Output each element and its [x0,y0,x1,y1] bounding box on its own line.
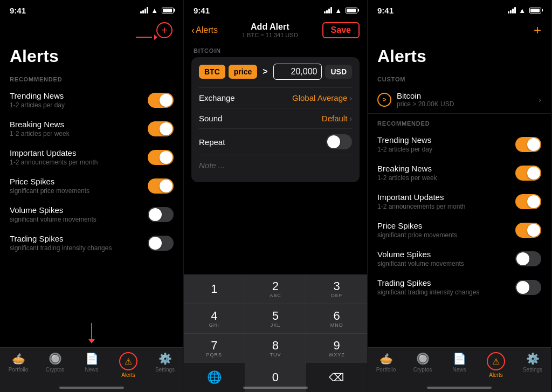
alert-item-text: Volume Spikes significant volume movemen… [10,205,148,223]
alert-item-desc: 1-2 announcements per month [10,159,148,166]
alert-toggle[interactable] [148,93,174,108]
alert-toggle-right[interactable] [515,194,541,209]
numpad-9[interactable]: 9 WXYZ [306,334,367,363]
alerts-list-right: Trending News 1-2 articles per day Break… [368,130,551,301]
numpad-grid: 1 2 ABC 3 DEF 4 GHI 5 JKL 6 MNO [184,274,367,363]
add-button-right[interactable]: + [534,23,541,38]
wifi-icon: ▲ [151,6,158,15]
globe-icon: 🌐 [207,370,222,384]
toggle-thumb [160,180,172,192]
numpad-6[interactable]: 6 MNO [306,304,367,333]
wifi-icon-right: ▲ [519,6,526,15]
delete-icon: ⌫ [329,371,344,384]
metric-token[interactable]: price [229,65,257,79]
wifi-icon-mid: ▲ [335,6,342,15]
alerts-circle-icon: ⚠ [119,352,137,370]
custom-alert-item[interactable]: > Bitcoin price > 20.00K USD › [368,86,551,114]
numpad-globe-key[interactable]: 🌐 [184,363,245,392]
add-alert-title: Add Alert 1 BTC = 11,341 USD [242,22,298,38]
numpad-delete-key[interactable]: ⌫ [306,363,367,392]
alert-list-item: Trending News 1-2 articles per day [0,86,183,114]
alert-toggle-right[interactable] [515,166,541,181]
alert-item-text-right: Important Updates 1-2 announcements per … [377,192,515,210]
alert-item-name: Breaking News [10,120,148,129]
battery-icon-mid [346,8,357,13]
numpad-6-letters: MNO [330,322,343,328]
tab-portfolio-right[interactable]: 🥧 Portfolio [368,352,404,373]
tab-settings-left[interactable]: ⚙️ Settings [147,352,183,373]
alert-item-desc-right: significant trading intensity changes [377,288,515,296]
numpad-4[interactable]: 4 GHI [184,304,245,333]
alert-item-text: Breaking News 1-2 articles per week [10,120,148,137]
add-alert-button[interactable]: + [155,21,174,39]
operator-token[interactable]: > [260,67,270,77]
alert-toggle-right[interactable] [515,223,541,238]
tab-settings-right[interactable]: ⚙️ Settings [514,352,551,373]
numpad-5[interactable]: 5 JKL [245,304,306,333]
tab-cryptos-label-left: Cryptos [46,367,64,373]
alerts-circle-icon-right: ⚠ [487,352,505,370]
alerts-list-left: Trending News 1-2 articles per day Break… [0,86,183,257]
tab-cryptos-label-right: Cryptos [413,367,432,373]
toggle-thumb-right [516,252,529,265]
alert-toggle-right[interactable] [515,251,541,266]
note-placeholder[interactable]: Note ... [199,161,225,170]
exchange-row: Exchange Global Average › [199,87,352,108]
toggle-thumb-right [527,195,540,208]
alert-toggle[interactable] [148,121,174,136]
coin-section-label: BITCOIN [184,42,367,57]
alert-toggle[interactable] [148,236,174,251]
alert-list-item-right: Important Updates 1-2 announcements per … [368,187,551,216]
numpad-1[interactable]: 1 [184,274,245,304]
tab-cryptos-right[interactable]: 🔘 Cryptos [404,352,441,373]
status-icons-right: ▲ [508,6,541,15]
alert-toggle-right[interactable] [515,137,541,152]
numpad-1-digit: 1 [211,283,217,295]
tab-alerts-left[interactable]: ⚠ Alerts [110,352,147,378]
home-indicator-left [59,387,124,389]
alert-item-desc-right: significant price movements [377,231,515,239]
tab-news-right[interactable]: 📄 News [441,352,478,373]
toggle-thumb-right [516,281,529,294]
numpad-4-digit: 4 [211,310,217,322]
exchange-value[interactable]: Global Average › [292,93,352,102]
repeat-toggle[interactable] [326,134,352,149]
alert-item-name-right: Trading Spikes [377,278,515,287]
back-chevron-icon: ‹ [191,25,195,36]
alert-item-desc: significant price movements [10,187,148,195]
toggle-thumb [149,237,162,250]
custom-alert-left: > Bitcoin price > 20.00K USD [377,91,454,108]
alert-builder: BTC price > USD Exchange Global Average … [191,57,360,182]
save-button[interactable]: Save [322,22,360,38]
left-panel: 9:41 ▲ + Alerts RECOMMENDED Trending New… [0,0,184,392]
value-input[interactable] [273,64,322,80]
status-bar-middle: 9:41 ▲ [184,0,367,18]
tab-cryptos-left[interactable]: 🔘 Cryptos [37,352,73,373]
alert-toggle[interactable] [148,150,174,165]
coin-token[interactable]: BTC [199,65,225,79]
numpad-2[interactable]: 2 ABC [245,274,306,304]
tab-portfolio-left[interactable]: 🥧 Portfolio [0,352,37,373]
status-icons-left: ▲ [140,6,174,15]
numpad-7[interactable]: 7 PQRS [184,334,245,363]
alert-toggle[interactable] [148,207,174,222]
custom-alerts-list: > Bitcoin price > 20.00K USD › [368,86,551,114]
tab-alerts-right[interactable]: ⚠ Alerts [478,352,514,378]
numpad-5-letters: JKL [271,322,281,328]
status-bar-left: 9:41 ▲ [0,0,183,18]
alert-toggle[interactable] [148,178,174,194]
custom-section-right: CUSTOM [368,70,551,86]
sound-value[interactable]: Default › [322,114,352,123]
custom-alert-name: Bitcoin [397,91,454,100]
numpad-9-digit: 9 [334,340,340,352]
numpad-3-letters: DEF [331,293,342,298]
alert-toggle-right[interactable] [515,280,541,295]
status-icons-middle: ▲ [324,6,357,15]
numpad-3[interactable]: 3 DEF [306,274,367,304]
toggle-thumb [160,94,172,107]
back-button[interactable]: ‹ Alerts [191,25,218,36]
numpad-8[interactable]: 8 TUV [245,334,306,363]
currency-token[interactable]: USD [325,65,352,79]
alert-item-desc-right: significant volume movements [377,260,515,267]
tab-news-left[interactable]: 📄 News [73,352,110,373]
